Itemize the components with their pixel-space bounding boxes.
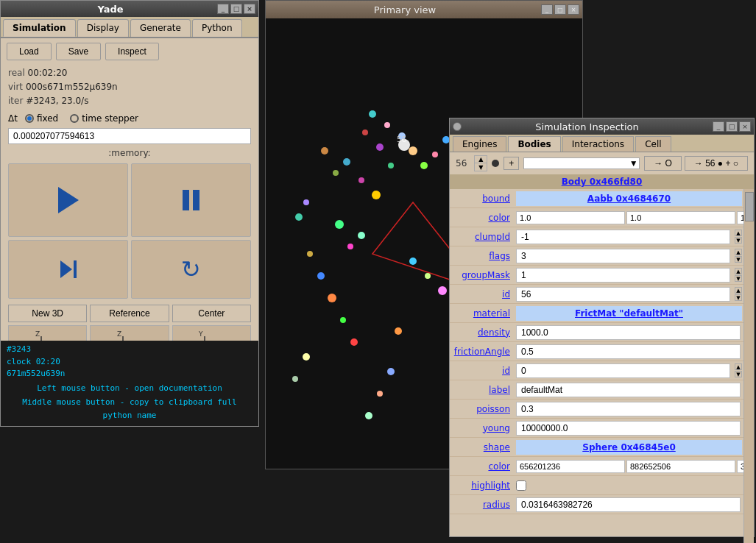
tab-display[interactable]: Display [77, 19, 129, 37]
frictionangle-value[interactable] [516, 344, 741, 359]
save-button[interactable]: Save [56, 43, 101, 60]
bound-value[interactable]: Aabb 0x4684670 [516, 191, 742, 206]
arrow-56-button[interactable]: → 56 ● + ○ [685, 156, 748, 171]
groupmask-label[interactable]: groupMask [450, 270, 516, 280]
titlebar-right-btns[interactable]: _ □ × [217, 4, 255, 14]
svg-point-25 [362, 129, 368, 135]
density-value[interactable] [516, 325, 741, 340]
tab-bodies[interactable]: Bodies [508, 136, 560, 152]
svg-point-31 [432, 152, 438, 157]
radio-stepper[interactable]: time stepper [70, 113, 138, 124]
highlight-label[interactable]: highlight [450, 480, 516, 491]
close-btn[interactable]: × [244, 4, 255, 14]
insp-traffic-light[interactable] [453, 122, 462, 131]
color-r[interactable] [516, 211, 625, 224]
field-bound: bound Aabb 0x4684670 [450, 189, 743, 208]
bound-label[interactable]: bound [450, 194, 516, 204]
body-spinner[interactable]: ▲ ▼ [474, 155, 487, 171]
frictionangle-label[interactable]: frictionAngle [450, 347, 516, 357]
center-button[interactable]: Center [172, 305, 251, 322]
spinner-down[interactable]: ▼ [475, 163, 487, 171]
color-label[interactable]: color [450, 213, 516, 223]
groupmask-value[interactable] [516, 268, 730, 283]
dt-value-input[interactable] [8, 128, 251, 144]
clumpid-label[interactable]: clumpId [450, 232, 516, 242]
radio-stepper-dot [70, 114, 79, 123]
label-label[interactable]: label [450, 385, 516, 395]
shape-value[interactable]: Sphere 0x46845e0 [516, 440, 742, 455]
arrow-buttons: → O → 56 ● + ○ [644, 156, 748, 171]
reference-button[interactable]: Reference [90, 305, 169, 322]
primary-right-btns[interactable]: _ □ × [541, 4, 579, 15]
inspect-scrollbar[interactable] [743, 189, 754, 543]
prim-maximize[interactable]: □ [554, 4, 566, 15]
body-dropdown[interactable]: ▼ [523, 157, 640, 169]
insp-close[interactable]: × [739, 121, 751, 132]
groupmask-spinner[interactable]: ▲ ▼ [733, 267, 743, 283]
svg-point-27 [384, 122, 390, 128]
density-label[interactable]: density [450, 327, 516, 338]
arrow-o-button[interactable]: → O [644, 156, 682, 171]
young-label[interactable]: young [450, 423, 516, 433]
clumpid-spinner[interactable]: ▲ ▼ [733, 229, 743, 244]
spinner-up[interactable]: ▲ [475, 156, 487, 163]
shape-color-g[interactable] [626, 460, 735, 473]
tab-generate[interactable]: Generate [130, 19, 191, 37]
flags-label[interactable]: flags [450, 251, 516, 261]
id-value[interactable] [516, 287, 730, 302]
prim-minimize[interactable]: _ [541, 4, 553, 15]
tab-interactions[interactable]: Interactions [562, 136, 634, 152]
maximize-btn[interactable]: □ [230, 4, 242, 14]
radio-fixed[interactable]: fixed [25, 113, 58, 124]
minimize-btn[interactable]: _ [217, 4, 229, 14]
mat-id-value[interactable] [516, 363, 730, 378]
flags-value[interactable] [516, 249, 730, 263]
id-label[interactable]: id [450, 289, 516, 299]
clumpid-value[interactable] [516, 230, 730, 244]
label-value[interactable] [516, 383, 741, 397]
svg-point-64 [303, 199, 309, 205]
young-value[interactable] [516, 421, 741, 436]
reload-panel[interactable]: ↺ [131, 240, 251, 299]
scroll-thumb[interactable] [745, 192, 754, 221]
field-clumpid: clumpId ▲ ▼ [450, 227, 743, 246]
insp-minimize[interactable]: _ [713, 121, 724, 132]
play-panel[interactable] [8, 163, 128, 237]
insp-right-btns[interactable]: _ □ × [713, 121, 751, 132]
reload-icon: ↺ [181, 255, 201, 283]
svg-point-45 [350, 338, 358, 346]
tab-python[interactable]: Python [192, 19, 242, 37]
poisson-label[interactable]: poisson [450, 404, 516, 414]
radius-label[interactable]: radius [450, 500, 516, 510]
body-header[interactable]: Body 0x466fd80 [450, 174, 754, 189]
bound-value-container: Aabb 0x4684670 [516, 191, 742, 206]
radius-value[interactable] [516, 497, 741, 512]
insp-maximize[interactable]: □ [726, 121, 738, 132]
material-label[interactable]: material [450, 308, 516, 319]
load-button[interactable]: Load [7, 43, 52, 60]
color-g[interactable] [626, 211, 735, 224]
highlight-checkbox[interactable] [516, 480, 526, 491]
tab-cell[interactable]: Cell [635, 136, 671, 152]
id-spinner[interactable]: ▲ ▼ [733, 286, 743, 302]
inspect-button[interactable]: Inspect [105, 43, 159, 60]
mat-id-label[interactable]: id [450, 366, 516, 376]
tab-simulation[interactable]: Simulation [3, 19, 76, 37]
field-area: bound Aabb 0x4684670 color clumpId [450, 189, 754, 543]
pause-panel[interactable] [131, 163, 251, 237]
shape-label[interactable]: shape [450, 442, 516, 452]
step-panel[interactable] [8, 240, 128, 299]
new3d-button[interactable]: New 3D [8, 305, 87, 322]
material-value[interactable]: FrictMat "defaultMat" [516, 306, 742, 321]
shape-color-r[interactable] [516, 460, 625, 473]
plus-button[interactable]: + [504, 157, 519, 170]
shape-color-label[interactable]: color [450, 461, 516, 472]
step-icon [60, 260, 77, 278]
inspection-title: Simulation Inspection [462, 121, 713, 132]
tab-engines[interactable]: Engines [453, 136, 506, 152]
mat-id-spinner[interactable]: ▲ ▼ [733, 363, 743, 378]
svg-point-43 [328, 294, 336, 302]
prim-close[interactable]: × [568, 4, 579, 15]
poisson-value[interactable] [516, 402, 741, 416]
flags-spinner[interactable]: ▲ ▼ [733, 248, 743, 263]
